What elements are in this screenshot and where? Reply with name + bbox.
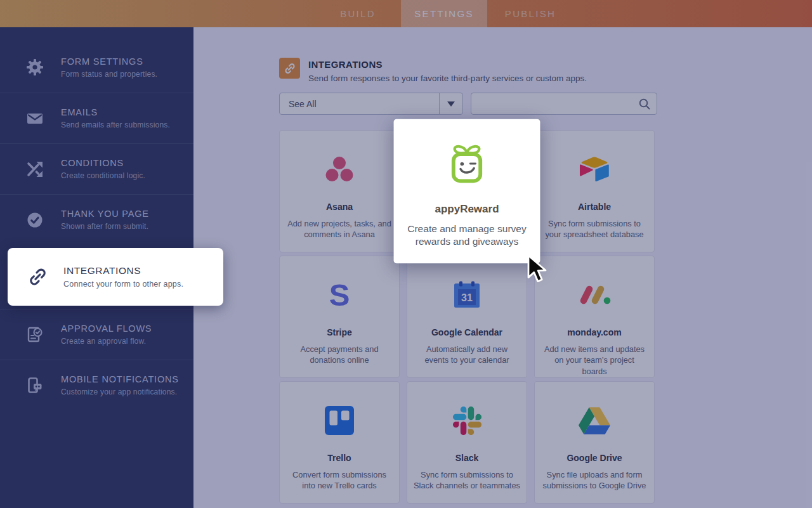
- integration-card-appyreward[interactable]: appyReward Create and manage survey rewa…: [394, 119, 540, 264]
- trello-logo: [325, 401, 354, 440]
- sidebar-item-description: Create an approval flow.: [61, 337, 152, 346]
- sidebar-item-description: Customize your app notifications.: [61, 388, 179, 396]
- sidebar-item-description: Send emails after submissions.: [61, 120, 170, 129]
- search-icon: [638, 98, 651, 113]
- integration-search-input[interactable]: [471, 93, 657, 114]
- card-description: Automatically add new events to your cal…: [407, 344, 527, 366]
- card-title: Google Drive: [566, 453, 622, 463]
- link-icon: [279, 58, 300, 79]
- sidebar-item-description: Create conditional logic.: [61, 171, 145, 180]
- card-description: Create and manage survey rewards and giv…: [394, 222, 540, 248]
- sidebar-item-approval-flows[interactable]: APPROVAL FLOWS Create an approval flow.: [0, 309, 193, 360]
- tab-publish[interactable]: PUBLISH: [487, 0, 573, 27]
- sidebar-item-description: Shown after form submit.: [61, 222, 149, 231]
- stripe-logo: S: [329, 275, 350, 315]
- sidebar-item-emails[interactable]: EMAILS Send emails after submissions.: [0, 93, 193, 143]
- card-title: appyReward: [435, 203, 499, 215]
- integration-card-slack[interactable]: Slack Sync form submissions to Slack cha…: [407, 381, 527, 504]
- mouse-cursor: [527, 254, 548, 285]
- sidebar-item-integrations[interactable]: INTEGRATIONS Connect your form to other …: [8, 248, 223, 306]
- sidebar-item-label: MOBILE NOTIFICATIONS: [61, 374, 179, 384]
- mobile-chat-icon: [24, 377, 46, 394]
- integration-card-google-drive[interactable]: Google Drive Sync file uploads and form …: [534, 381, 655, 504]
- card-description: Sync form submissions to your spreadshee…: [535, 218, 654, 240]
- svg-text:31: 31: [461, 292, 473, 303]
- check-circle-icon: [24, 211, 46, 229]
- monday-logo: [577, 275, 612, 315]
- sidebar-item-description: Connect your form to other apps.: [63, 280, 183, 289]
- card-description: Sync file uploads and form submissions t…: [535, 469, 654, 492]
- crossed-arrows-icon: [24, 160, 46, 178]
- integration-card-stripe[interactable]: S Stripe Accept payments and donations o…: [279, 256, 400, 378]
- card-title: monday.com: [567, 327, 621, 337]
- page-subtitle: Send form responses to your favorite thi…: [308, 74, 587, 83]
- slack-logo: [453, 401, 481, 440]
- app-window: BUILD SETTINGS PUBLISH: [0, 0, 812, 508]
- integration-card-airtable[interactable]: Airtable Sync form submissions to your s…: [534, 130, 655, 252]
- category-dropdown[interactable]: See All: [279, 93, 463, 115]
- card-title: Stripe: [327, 327, 352, 337]
- google-drive-logo: [579, 401, 610, 440]
- sidebar-item-thank-you-page[interactable]: THANK YOU PAGE Shown after form submit.: [0, 194, 193, 245]
- settings-sidebar: FORM SETTINGS Form status and properties…: [0, 27, 193, 508]
- sidebar-item-conditions[interactable]: CONDITIONS Create conditional logic.: [0, 143, 193, 194]
- sidebar-item-mobile-notifications[interactable]: MOBILE NOTIFICATIONS Customize your app …: [0, 360, 193, 410]
- airtable-logo: [578, 150, 611, 189]
- envelope-icon: [24, 110, 46, 127]
- main-nav-tabs: BUILD SETTINGS PUBLISH: [315, 0, 573, 27]
- sidebar-item-label: CONDITIONS: [61, 158, 145, 168]
- card-description: Accept payments and donations online: [280, 344, 399, 366]
- category-dropdown-value: See All: [280, 99, 439, 109]
- integrations-header: INTEGRATIONS Send form responses to your…: [279, 27, 657, 83]
- card-title: Slack: [455, 453, 479, 463]
- google-calendar-logo: 31: [452, 275, 481, 315]
- integrations-panel: INTEGRATIONS Send form responses to your…: [193, 27, 812, 508]
- link-icon: [27, 266, 48, 287]
- sidebar-item-label: APPROVAL FLOWS: [61, 323, 152, 334]
- integration-search: [471, 93, 657, 115]
- tab-build[interactable]: BUILD: [315, 0, 401, 27]
- filter-row: See All: [279, 93, 657, 115]
- topbar: BUILD SETTINGS PUBLISH: [0, 0, 812, 27]
- page-title: INTEGRATIONS: [308, 59, 587, 70]
- integrations-grid: Asana Add new projects, tasks, and comme…: [279, 130, 657, 504]
- appyreward-logo: [443, 141, 490, 188]
- sidebar-item-label: EMAILS: [61, 107, 170, 117]
- card-description: Add new items and updates on your team’s…: [535, 344, 654, 377]
- card-description: Add new projects, tasks, and comments in…: [280, 218, 399, 240]
- card-description: Convert form submissions into new Trello…: [280, 469, 399, 492]
- asana-logo: [322, 150, 357, 189]
- sidebar-item-label: INTEGRATIONS: [63, 265, 183, 277]
- card-description: Sync form submissions to Slack channels …: [407, 469, 527, 492]
- card-title: Airtable: [578, 202, 611, 212]
- integration-card-trello[interactable]: Trello Convert form submissions into new…: [279, 381, 400, 504]
- card-title: Trello: [327, 453, 351, 463]
- integration-card-asana[interactable]: Asana Add new projects, tasks, and comme…: [279, 130, 400, 252]
- gear-icon: [24, 58, 46, 76]
- sidebar-item-label: FORM SETTINGS: [61, 56, 157, 67]
- card-title: Asana: [326, 202, 353, 212]
- dropdown-arrow-icon[interactable]: [439, 93, 462, 114]
- tab-settings[interactable]: SETTINGS: [401, 0, 487, 27]
- card-title: Google Calendar: [431, 327, 502, 337]
- integration-card-google-calendar[interactable]: 31 Google Calendar Automatically add new…: [407, 256, 527, 378]
- sidebar-item-label: THANK YOU PAGE: [61, 209, 149, 219]
- integration-card-monday[interactable]: monday.com Add new items and updates on …: [534, 256, 655, 378]
- sidebar-item-description: Form status and properties.: [61, 70, 157, 79]
- sidebar-item-form-settings[interactable]: FORM SETTINGS Form status and properties…: [0, 42, 193, 93]
- approval-document-icon: [24, 326, 46, 344]
